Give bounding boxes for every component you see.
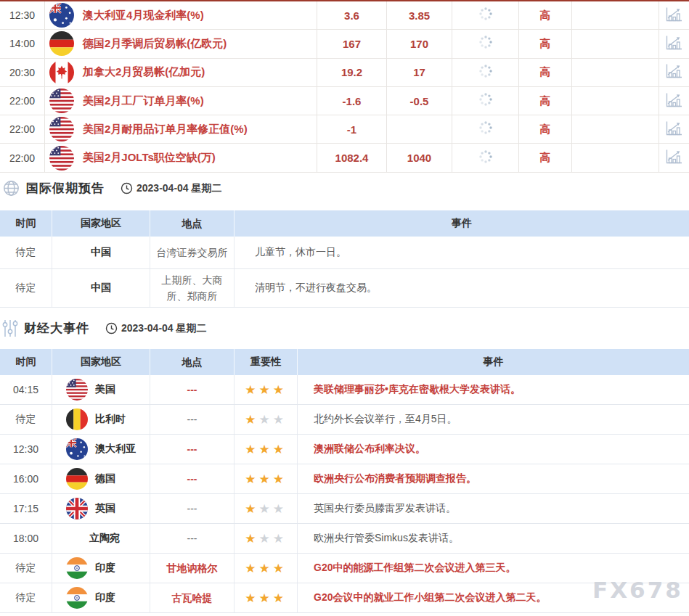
holiday-event: 清明节，不进行夜盘交易。 — [235, 269, 689, 307]
published-value-cell — [452, 30, 519, 57]
event-description-link[interactable]: 美联储理事丽莎•库克在密歇根大学发表讲话。 — [298, 375, 689, 404]
flag-australia-icon — [49, 3, 74, 28]
importance-stars: ★★★ — [235, 554, 298, 583]
event-country-cell: 美国 — [52, 375, 150, 404]
chart-button[interactable] — [659, 115, 688, 143]
event-country-cell: 印度 — [52, 554, 150, 583]
event-time: 12:30 — [0, 1, 45, 29]
events-table: 时间 国家地区 地点 重要性 事件 04:15 美国 --- ★★★ 美联储理事… — [0, 349, 689, 613]
previous-value: 1082.4 — [317, 144, 387, 171]
event-name-cell: 美国2月耐用品订单月率修正值(%) — [45, 115, 317, 143]
holiday-section-date: 2023-04-04 星期二 — [136, 182, 222, 195]
holiday-location: 上期所、大商所、郑商所 — [150, 269, 235, 307]
published-value-cell — [452, 115, 519, 143]
event-name-cell: 美国2月工厂订单月率(%) — [45, 87, 317, 115]
star-icon: ★ — [273, 473, 287, 485]
importance-stars: ★★★ — [235, 464, 298, 493]
clock-icon — [105, 322, 118, 334]
economic-data-row: 12:30 澳大利亚4月现金利率(%) 3.6 3.85 高 — [0, 1, 689, 30]
effect-cell — [572, 30, 659, 57]
star-icon: ★ — [258, 562, 272, 575]
star-icon: ★ — [258, 414, 272, 426]
event-description-link[interactable]: 欧洲央行公布消费者预期调查报告。 — [298, 464, 689, 493]
sliders-icon — [2, 319, 18, 338]
event-time: 22:00 — [0, 87, 45, 115]
event-country-label: 德国 — [95, 472, 115, 485]
event-time: 22:00 — [0, 115, 45, 143]
event-location: 古瓦哈提 — [150, 583, 235, 612]
event-row: 12:30 澳大利亚 --- ★★★ 澳洲联储公布利率决议。 — [0, 435, 689, 464]
flag-australia-icon — [66, 438, 88, 460]
event-country-label: 英国 — [95, 502, 115, 515]
economic-data-row: 22:00 美国2月JOLTs职位空缺(万) 1082.4 1040 高 — [0, 144, 689, 172]
event-description-link[interactable]: 澳洲联储公布利率决议。 — [298, 435, 689, 464]
forecast-value — [387, 115, 452, 143]
event-title-link[interactable]: 澳大利亚4月现金利率(%) — [83, 9, 204, 22]
effect-cell — [572, 1, 659, 29]
event-title-link[interactable]: 加拿大2月贸易帐(亿加元) — [83, 65, 205, 79]
star-icon: ★ — [258, 384, 272, 396]
event-location: --- — [150, 464, 235, 493]
chart-button[interactable] — [659, 1, 688, 29]
col-header-time: 时间 — [0, 349, 52, 375]
event-time: 18:00 — [0, 524, 52, 553]
events-table-header: 时间 国家地区 地点 重要性 事件 — [0, 349, 689, 375]
star-icon: ★ — [273, 384, 287, 396]
star-icon: ★ — [273, 562, 287, 575]
event-row: 待定 印度 古瓦哈提 ★★★ G20会议中的就业工作小组第二次会议进入第二天。 — [0, 583, 689, 613]
event-title-link[interactable]: 美国2月JOLTs职位空缺(万) — [83, 151, 216, 165]
holiday-row: 待定 中国 台湾证券交易所 儿童节，休市一日。 — [0, 237, 689, 269]
clock-icon — [121, 182, 133, 194]
importance-stars: ★★★ — [235, 405, 298, 434]
event-name-cell: 加拿大2月贸易帐(亿加元) — [45, 59, 317, 86]
star-icon: ★ — [245, 443, 258, 456]
importance-stars: ★★★ — [235, 494, 298, 523]
chart-button[interactable] — [659, 144, 688, 171]
event-country-cell: 德国 — [52, 464, 150, 493]
bar-chart-icon — [664, 120, 683, 139]
loading-spinner-icon — [478, 120, 493, 138]
holiday-time: 待定 — [0, 237, 52, 268]
forecast-value: 1040 — [387, 144, 452, 171]
event-country-cell: 澳大利亚 — [52, 435, 150, 464]
chart-button[interactable] — [659, 59, 688, 86]
event-time: 20:30 — [0, 59, 45, 86]
flag-germany-icon — [66, 468, 88, 490]
events-section-date: 2023-04-04 星期二 — [121, 322, 207, 335]
chart-button[interactable] — [659, 30, 688, 57]
chart-button[interactable] — [659, 87, 688, 115]
event-location: --- — [150, 405, 235, 434]
bar-chart-icon — [664, 91, 683, 111]
event-row: 待定 比利时 --- ★★★ 北约外长会议举行，至4月5日。 — [0, 405, 689, 435]
bar-chart-icon — [664, 6, 683, 25]
economic-data-row: 20:30 加拿大2月贸易帐(亿加元) 19.2 17 高 — [0, 59, 689, 87]
event-time: 14:00 — [0, 30, 45, 57]
flag-india-icon — [66, 557, 88, 579]
flag-uk-icon — [66, 498, 88, 520]
importance-stars: ★★★ — [235, 524, 298, 553]
watermark: FX678 — [592, 577, 683, 603]
loading-spinner-icon — [478, 149, 493, 167]
event-title-link[interactable]: 美国2月耐用品订单月率修正值(%) — [83, 123, 248, 136]
event-title-link[interactable]: 德国2月季调后贸易帐(亿欧元) — [83, 37, 227, 51]
event-title-link[interactable]: 美国2月工厂订单月率(%) — [83, 94, 204, 108]
importance-label: 高 — [519, 87, 572, 115]
forecast-value: 3.85 — [387, 1, 452, 29]
event-location: --- — [150, 435, 235, 464]
forecast-value: 170 — [387, 30, 452, 57]
event-country-cell: 立陶宛 — [52, 524, 150, 553]
loading-spinner-icon — [478, 92, 493, 110]
flag-belgium-icon — [66, 408, 88, 430]
holiday-event: 儿童节，休市一日。 — [235, 237, 689, 268]
event-time: 17:15 — [0, 494, 52, 523]
bar-chart-icon — [664, 34, 683, 54]
event-time: 待定 — [0, 583, 52, 612]
flag-canada-icon — [49, 60, 74, 85]
event-time: 16:00 — [0, 464, 52, 493]
event-time: 待定 — [0, 554, 52, 583]
events-section-title: 财经大事件 — [24, 320, 89, 337]
event-time: 12:30 — [0, 435, 52, 464]
event-name-cell: 德国2月季调后贸易帐(亿欧元) — [45, 30, 317, 57]
importance-label: 高 — [519, 144, 572, 171]
holiday-country: 中国 — [52, 237, 150, 268]
